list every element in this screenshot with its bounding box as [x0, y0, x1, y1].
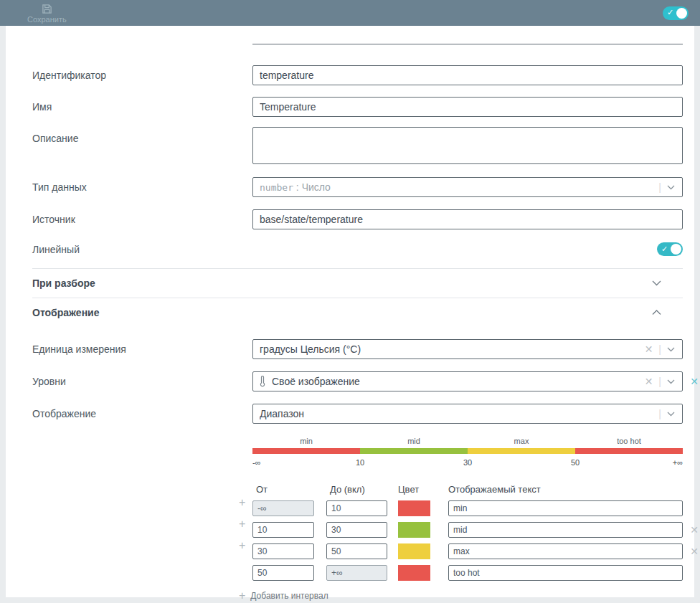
range-tick: +∞: [673, 458, 683, 467]
section-parsing[interactable]: При разборе: [32, 269, 683, 298]
clear-icon[interactable]: ✕: [639, 343, 659, 355]
range-segment-labels: min mid max too hot: [252, 437, 683, 445]
name-label: Имя: [32, 101, 252, 113]
toggle-knob: [676, 8, 687, 19]
interval-to-input: [326, 565, 387, 581]
range-preview: min mid max too hot -∞ 10 30 50 +∞: [252, 437, 683, 468]
range-label: min: [252, 437, 360, 445]
chevron-down-icon[interactable]: [661, 347, 678, 352]
linear-toggle[interactable]: ✓: [657, 242, 683, 256]
property-form: Идентификатор Имя Описание Тип данных nu…: [6, 26, 694, 597]
interval-row: ✕: [252, 543, 683, 559]
interval-to-input[interactable]: [326, 543, 387, 559]
interval-to-input[interactable]: [326, 500, 387, 516]
unit-row: Единица измерения градусы Цельсия (°C) ✕…: [32, 339, 683, 359]
intervals-table: От До (вкл) Цвет Отображаемый текст ✕ ✕: [252, 484, 683, 581]
cutoff-field-border: [252, 26, 683, 44]
range-segment: [252, 448, 360, 454]
levels-label: Уровни: [32, 376, 252, 387]
interval-from-input[interactable]: [252, 522, 314, 538]
clear-icon[interactable]: ✕: [639, 376, 659, 387]
range-tick: 30: [463, 458, 472, 467]
data-type-select[interactable]: number : Число |: [252, 177, 683, 197]
add-interval-button[interactable]: + Добавить интервал: [239, 591, 683, 601]
plus-icon: +: [239, 592, 245, 600]
linear-label: Линейный: [32, 244, 252, 255]
display-mode-value: Диапазон: [260, 408, 658, 419]
chevron-down-icon[interactable]: [661, 379, 678, 384]
range-label: max: [468, 437, 575, 445]
range-ticks: -∞ 10 30 50 +∞: [252, 458, 683, 468]
description-row: Описание: [32, 127, 683, 164]
interval-row: ✕: [252, 522, 683, 538]
interval-from-input: [252, 500, 314, 516]
remove-levels-icon[interactable]: ✕: [690, 376, 699, 387]
data-type-row: Тип данных number : Число |: [32, 177, 683, 197]
range-segment: [360, 448, 468, 454]
interval-text-input[interactable]: [448, 565, 683, 581]
name-row: Имя: [32, 97, 683, 117]
toolbar: Сохранить ✓: [0, 0, 700, 26]
source-input[interactable]: [252, 209, 683, 229]
range-bar: [252, 448, 683, 454]
section-display-title: Отображение: [32, 307, 99, 318]
chevron-up-icon: [652, 310, 661, 315]
range-label: too hot: [575, 437, 683, 445]
display-mode-select[interactable]: Диапазон |: [252, 404, 683, 424]
col-text-header: Отображаемый текст: [448, 484, 683, 495]
name-input[interactable]: [252, 97, 683, 117]
identifier-input[interactable]: [252, 65, 683, 85]
toggle-knob: [671, 244, 681, 255]
save-button-label: Сохранить: [27, 15, 67, 24]
color-swatch[interactable]: [398, 543, 430, 559]
source-label: Источник: [32, 214, 252, 225]
identifier-row: Идентификатор: [32, 65, 683, 85]
interval-from-input[interactable]: [252, 543, 314, 559]
levels-value: Своё изображение: [272, 376, 639, 387]
section-display[interactable]: Отображение: [32, 298, 683, 327]
identifier-label: Идентификатор: [32, 70, 252, 81]
enabled-toggle[interactable]: ✓: [663, 6, 689, 20]
remove-interval-icon[interactable]: ✕: [690, 524, 699, 536]
interval-row: [252, 500, 683, 516]
color-swatch[interactable]: [398, 522, 430, 538]
display-mode-label: Отображение: [32, 408, 252, 419]
range-segment: [468, 448, 575, 454]
save-icon: [42, 4, 52, 15]
interval-row: [252, 565, 683, 581]
range-segment: [575, 448, 683, 454]
save-button[interactable]: Сохранить: [27, 1, 67, 24]
chevron-down-icon[interactable]: [661, 412, 678, 417]
insert-interval-icon[interactable]: +: [239, 519, 249, 529]
color-swatch[interactable]: [398, 565, 430, 581]
col-to-header: До (вкл): [326, 484, 387, 495]
data-type-rest: : Число: [293, 181, 331, 193]
color-swatch[interactable]: [398, 500, 430, 516]
interval-text-input[interactable]: [448, 543, 683, 559]
chevron-down-icon[interactable]: [661, 185, 678, 190]
toggle-check-icon: ✓: [661, 244, 668, 254]
thermometer-icon: [260, 376, 265, 387]
add-interval-label: Добавить интервал: [250, 591, 328, 601]
display-mode-row: Отображение Диапазон |: [32, 404, 683, 424]
intervals-header: От До (вкл) Цвет Отображаемый текст: [252, 484, 683, 495]
interval-from-input[interactable]: [252, 565, 314, 581]
interval-text-input[interactable]: [448, 522, 683, 538]
remove-interval-icon[interactable]: ✕: [690, 546, 699, 557]
description-label: Описание: [32, 127, 252, 144]
unit-select[interactable]: градусы Цельсия (°C) ✕ |: [252, 339, 683, 359]
insert-interval-icon[interactable]: +: [239, 541, 249, 551]
data-type-code: number: [260, 182, 293, 193]
interval-text-input[interactable]: [448, 500, 683, 516]
toggle-check-icon: ✓: [667, 8, 673, 17]
unit-label: Единица измерения: [32, 343, 252, 355]
levels-select[interactable]: Своё изображение ✕ |: [252, 371, 683, 391]
range-tick: -∞: [252, 458, 261, 467]
linear-row: Линейный ✓: [32, 242, 683, 256]
levels-row: Уровни Своё изображение ✕ | ✕: [32, 371, 683, 391]
interval-to-input[interactable]: [326, 522, 387, 538]
description-textarea[interactable]: [252, 127, 683, 164]
range-label: mid: [360, 437, 468, 445]
data-type-label: Тип данных: [32, 181, 252, 193]
insert-interval-icon[interactable]: +: [239, 498, 249, 508]
